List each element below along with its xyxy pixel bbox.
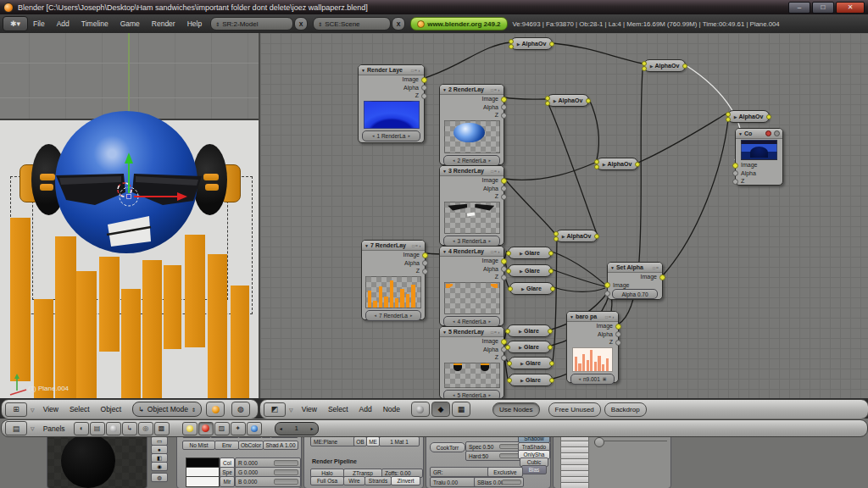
strands-button[interactable]: Strands — [364, 476, 392, 485]
group-field[interactable]: GR: — [430, 467, 490, 477]
buttons-window[interactable]: ▤ ▽ Panels ◖ ▤ ↳ ◎ ▩ ▨ ✦ ◂ 1 ▸ ▭ — [0, 419, 868, 488]
menu-view[interactable]: View — [302, 405, 317, 413]
mode-selector[interactable]: ↳ Object Mode ⇕ — [132, 402, 202, 417]
node-glare[interactable]: ▶Glare — [507, 341, 551, 353]
window-type-icon[interactable]: ✱▾ — [3, 16, 28, 31]
frame-number-field[interactable]: ◂ 1 ▸ — [275, 422, 319, 435]
image-output-socket[interactable] — [501, 339, 507, 345]
alpha-output-socket[interactable] — [501, 186, 507, 191]
node-header[interactable]: ▼5 RenderLay□=◗ — [440, 327, 504, 337]
output-socket[interactable] — [586, 98, 591, 103]
image-output-socket[interactable] — [501, 178, 507, 184]
z-output-socket[interactable] — [615, 340, 621, 346]
node-render-layer-2[interactable]: ▼2 RenderLay□=◗ Image Alpha Z ◂2 RenderL… — [439, 84, 504, 165]
node-alpha-over[interactable]: ▶AlphaOv — [596, 158, 638, 170]
editing-icon[interactable]: ◎ — [138, 422, 153, 435]
node-alpha-over[interactable]: ▶AlphaOv — [555, 230, 598, 242]
node-render-layer-7[interactable]: ▼7 RenderLay□=◗ Image Alpha Z ◂7 RenderL… — [361, 240, 426, 320]
node-header[interactable]: ▼7 RenderLay□=◗ — [362, 241, 425, 251]
render-layer-selector[interactable]: ◂3 RenderLa▸ — [443, 236, 500, 247]
expand-icon[interactable]: ▶ — [520, 251, 523, 256]
input-socket[interactable] — [506, 269, 511, 274]
minimize-button[interactable]: – — [788, 2, 810, 14]
node-alpha-over[interactable]: ▶AlphaOv — [510, 37, 553, 50]
viewport-3d[interactable]: (1) Plane.004 — [0, 33, 259, 398]
blender-version-button[interactable]: www.blender.org 249.2 — [410, 17, 507, 30]
title-bar[interactable]: Blender [C:\Users\Joseph\Desktop\Ham san… — [0, 0, 868, 14]
node-glare[interactable]: ▶Glare — [508, 247, 552, 259]
node-image-bars[interactable]: ▼baro pa□=◗ Image Alpha Z ◂n9.001▣ — [566, 311, 619, 383]
manipulator-center[interactable] — [127, 195, 131, 199]
menu-add[interactable]: Add — [57, 19, 70, 28]
node-header[interactable]: ▼baro pa□=◗ — [567, 312, 618, 322]
output-socket[interactable] — [549, 361, 554, 366]
expand-icon[interactable]: ▶ — [521, 286, 525, 291]
expand-icon[interactable]: ▶ — [603, 162, 606, 167]
alpha-output-socket[interactable] — [615, 331, 621, 337]
object-icon[interactable]: ↳ — [122, 422, 137, 435]
bias-toggle[interactable]: Bias — [521, 465, 547, 474]
scene-icon[interactable]: ▩ — [154, 422, 170, 435]
logic-icon[interactable]: ◖ — [74, 422, 89, 435]
menu-select[interactable]: Select — [328, 405, 348, 413]
world-icon[interactable] — [247, 422, 262, 435]
alpha-output-socket[interactable] — [422, 260, 428, 266]
z-output-socket[interactable] — [422, 269, 428, 274]
expand-icon[interactable]: ▶ — [520, 361, 524, 366]
node-header[interactable]: ▼Co — [736, 129, 782, 139]
output-socket[interactable] — [550, 286, 555, 291]
collapse-icon[interactable]: ▼ — [442, 249, 447, 254]
free-unused-button[interactable]: Free Unused — [548, 402, 601, 417]
shad-a-slider[interactable]: Shad A 1.00 — [263, 441, 298, 450]
output-socket[interactable] — [549, 378, 554, 383]
input-socket[interactable] — [726, 117, 731, 122]
texture-slot[interactable] — [560, 482, 589, 488]
node-glare[interactable]: ▶Glare — [507, 324, 551, 337]
expand-icon[interactable]: ▶ — [734, 114, 737, 119]
image-output-socket[interactable] — [501, 97, 507, 103]
editor-type-icon[interactable]: ⊞ — [5, 402, 27, 417]
node-render-layer-4[interactable]: ▼4 RenderLay□=◗ Image Alpha Z ◂4 RenderL… — [439, 246, 504, 326]
node-glare[interactable]: ▶Glare — [509, 357, 553, 369]
render-layer-selector[interactable]: ◂7 RenderLa▸ — [365, 310, 421, 321]
header-collapse-icon[interactable]: ▽ — [31, 425, 35, 431]
close-icon[interactable] — [765, 130, 771, 136]
node-option-icon[interactable] — [774, 130, 780, 136]
image-datablock-selector[interactable]: ◂n9.001▣ — [570, 374, 615, 385]
output-socket[interactable] — [766, 114, 771, 119]
image-input-socket[interactable] — [732, 163, 738, 169]
expand-icon[interactable]: ▶ — [562, 234, 565, 239]
manipulator-z-arrow[interactable] — [125, 152, 133, 164]
input-socket[interactable] — [508, 286, 513, 291]
alpha-input-socket[interactable] — [732, 170, 738, 176]
b-slider[interactable]: B 0.000 — [235, 476, 301, 487]
menu-node[interactable]: Node — [383, 405, 400, 413]
mesh-name-field[interactable]: ME:Plane — [310, 436, 357, 446]
header-collapse-icon[interactable]: ▽ — [31, 407, 35, 413]
node-set-alpha[interactable]: ▼Set Alpha□= Image Image Alpha 0.70 — [607, 262, 663, 300]
node-alpha-over[interactable]: ▶AlphaOv — [643, 59, 686, 72]
lamp-icon[interactable] — [182, 422, 198, 435]
input-socket[interactable] — [507, 361, 512, 366]
material-nodes-button[interactable] — [411, 402, 430, 417]
draw-mode-button[interactable] — [206, 402, 225, 417]
output-socket[interactable] — [549, 42, 554, 47]
image-input-socket[interactable] — [604, 282, 610, 288]
menu-view[interactable]: View — [43, 405, 58, 413]
specular-shader-selector[interactable]: CookTorr — [430, 442, 465, 452]
collapse-icon[interactable]: ▼ — [442, 87, 447, 92]
alpha-output-socket[interactable] — [421, 85, 427, 91]
render-layer-selector[interactable]: ◂1 RenderLa▸ — [362, 130, 420, 141]
output-socket[interactable] — [594, 234, 599, 239]
input-socket[interactable] — [594, 164, 599, 169]
node-glare[interactable]: ▶Glare — [508, 264, 552, 277]
close-button[interactable]: ✕ — [836, 2, 865, 14]
node-render-layer-1[interactable]: ▼Render Laye□=◗ Image Alpha Z ◂1 RenderL… — [358, 64, 425, 143]
menu-file[interactable]: File — [33, 19, 45, 28]
viewport-header[interactable]: ⊞ ▽ View Select Object ↳ Object Mode ⇕ ◍ — [1, 399, 259, 419]
zinvert-toggle[interactable]: ZInvert — [391, 476, 420, 485]
script-icon[interactable]: ▤ — [90, 422, 105, 435]
z-output-socket[interactable] — [501, 355, 507, 361]
screen-selector[interactable]: ⇕ SR:2-Model — [210, 17, 293, 30]
node-alpha-over[interactable]: ▶AlphaOv — [547, 94, 589, 107]
